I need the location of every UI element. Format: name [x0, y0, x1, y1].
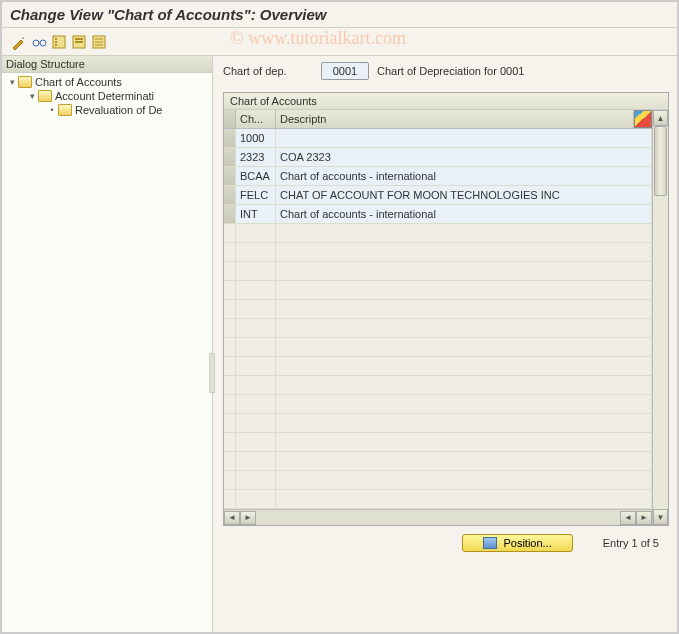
cell-description[interactable]: [276, 452, 652, 470]
row-selector[interactable]: [224, 167, 236, 185]
table-row-empty[interactable]: [224, 376, 652, 395]
cell-description[interactable]: [276, 224, 652, 242]
scroll-thumb[interactable]: [654, 126, 667, 196]
row-selector[interactable]: [224, 414, 236, 432]
row-selector[interactable]: [224, 281, 236, 299]
column-header-description[interactable]: Descriptn: [276, 110, 634, 128]
cell-code[interactable]: [236, 376, 276, 394]
table-row-empty[interactable]: [224, 281, 652, 300]
chart-of-dep-input[interactable]: [321, 62, 369, 80]
row-selector[interactable]: [224, 129, 236, 147]
table-row-empty[interactable]: [224, 452, 652, 471]
row-selector[interactable]: [224, 300, 236, 318]
row-selector[interactable]: [224, 224, 236, 242]
table-row[interactable]: 1000: [224, 129, 652, 148]
cell-code[interactable]: [236, 357, 276, 375]
cell-description[interactable]: [276, 471, 652, 489]
tree-node-account-determination[interactable]: ▾ Account Determinati: [2, 89, 212, 103]
cell-description[interactable]: [276, 395, 652, 413]
cell-description[interactable]: [276, 129, 652, 147]
cell-code[interactable]: [236, 414, 276, 432]
cell-code[interactable]: INT: [236, 205, 276, 223]
cell-description[interactable]: [276, 357, 652, 375]
table-row-empty[interactable]: [224, 338, 652, 357]
table-row-empty[interactable]: [224, 471, 652, 490]
cell-description[interactable]: CHAT OF ACCOUNT FOR MOON TECHNOLOGIES IN…: [276, 186, 652, 204]
cell-code[interactable]: [236, 433, 276, 451]
wand-icon[interactable]: [10, 33, 28, 51]
table-row-empty[interactable]: [224, 243, 652, 262]
cell-code[interactable]: [236, 243, 276, 261]
cell-code[interactable]: [236, 319, 276, 337]
cell-code[interactable]: [236, 300, 276, 318]
glasses-icon[interactable]: [30, 33, 48, 51]
cell-description[interactable]: [276, 281, 652, 299]
scroll-right-icon[interactable]: ►: [636, 511, 652, 525]
cell-code[interactable]: 2323: [236, 148, 276, 166]
row-selector[interactable]: [224, 471, 236, 489]
cell-description[interactable]: [276, 262, 652, 280]
column-header-code[interactable]: Ch...: [236, 110, 276, 128]
table-row[interactable]: INTChart of accounts - international: [224, 205, 652, 224]
table-row-empty[interactable]: [224, 262, 652, 281]
cell-code[interactable]: BCAA: [236, 167, 276, 185]
scroll-right-icon[interactable]: ►: [240, 511, 256, 525]
row-selector[interactable]: [224, 490, 236, 508]
row-selector[interactable]: [224, 262, 236, 280]
tree-toggle-icon[interactable]: ▾: [26, 91, 38, 101]
horizontal-scrollbar[interactable]: ◄ ► ◄ ►: [224, 509, 652, 525]
row-selector[interactable]: [224, 338, 236, 356]
table-row-empty[interactable]: [224, 224, 652, 243]
cell-code[interactable]: [236, 471, 276, 489]
cell-code[interactable]: [236, 338, 276, 356]
row-selector[interactable]: [224, 452, 236, 470]
table-row[interactable]: BCAAChart of accounts - international: [224, 167, 652, 186]
table-settings-icon[interactable]: [634, 110, 652, 128]
scroll-up-icon[interactable]: ▲: [653, 110, 668, 126]
cell-description[interactable]: [276, 376, 652, 394]
cell-description[interactable]: [276, 300, 652, 318]
tree-node-chart-of-accounts[interactable]: ▾ Chart of Accounts: [2, 75, 212, 89]
table-row-empty[interactable]: [224, 414, 652, 433]
row-selector[interactable]: [224, 243, 236, 261]
tree-node-revaluation[interactable]: • Revaluation of De: [2, 103, 212, 117]
cell-code[interactable]: [236, 490, 276, 508]
row-selector[interactable]: [224, 148, 236, 166]
table-row-empty[interactable]: [224, 319, 652, 338]
cell-description[interactable]: [276, 319, 652, 337]
row-selector[interactable]: [224, 395, 236, 413]
cell-code[interactable]: [236, 281, 276, 299]
row-selector[interactable]: [224, 186, 236, 204]
cell-code[interactable]: FELC: [236, 186, 276, 204]
cell-code[interactable]: [236, 452, 276, 470]
cell-description[interactable]: Chart of accounts - international: [276, 205, 652, 223]
select-all-header[interactable]: [224, 110, 236, 128]
cell-code[interactable]: 1000: [236, 129, 276, 147]
table-row-empty[interactable]: [224, 433, 652, 452]
scroll-track[interactable]: [653, 126, 668, 509]
row-selector[interactable]: [224, 319, 236, 337]
cell-description[interactable]: COA 2323: [276, 148, 652, 166]
vertical-scrollbar[interactable]: ▲ ▼: [652, 110, 668, 525]
scroll-down-icon[interactable]: ▼: [653, 509, 668, 525]
table-row[interactable]: 2323COA 2323: [224, 148, 652, 167]
scroll-left-icon[interactable]: ◄: [620, 511, 636, 525]
cell-code[interactable]: [236, 262, 276, 280]
table-row-empty[interactable]: [224, 300, 652, 319]
cell-code[interactable]: [236, 224, 276, 242]
splitter-handle[interactable]: [209, 353, 215, 393]
row-selector[interactable]: [224, 205, 236, 223]
row-selector[interactable]: [224, 376, 236, 394]
table-row[interactable]: FELCCHAT OF ACCOUNT FOR MOON TECHNOLOGIE…: [224, 186, 652, 205]
expand-all-icon[interactable]: [50, 33, 68, 51]
scroll-left-icon[interactable]: ◄: [224, 511, 240, 525]
row-selector[interactable]: [224, 433, 236, 451]
cell-description[interactable]: Chart of accounts - international: [276, 167, 652, 185]
table-row-empty[interactable]: [224, 357, 652, 376]
row-selector[interactable]: [224, 357, 236, 375]
list-icon[interactable]: [90, 33, 108, 51]
cell-description[interactable]: [276, 414, 652, 432]
position-button[interactable]: Position...: [462, 534, 572, 552]
collapse-all-icon[interactable]: [70, 33, 88, 51]
table-row-empty[interactable]: [224, 490, 652, 509]
